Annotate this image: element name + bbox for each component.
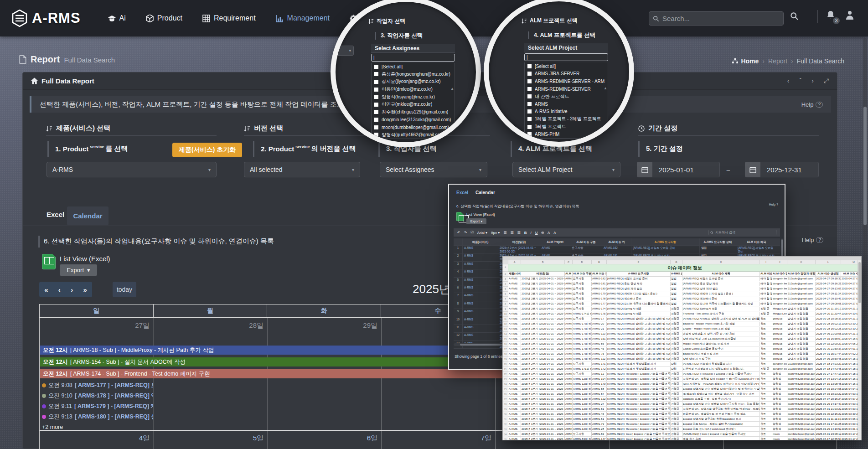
assignee-option[interactable]: 양형석(hsyang@mz.co.kr) [372,93,455,101]
sheet-cell: ARMS-17의 하위이슈 [573,347,592,351]
align-center-icon[interactable]: ☰ [510,231,513,235]
undo-icon[interactable]: ↶ [457,231,460,235]
calendar-list-event[interactable]: 오전 9:11[ ARMS-179 ] - [ARMS-REQ] 캐릭터 [42,403,153,410]
assignee-option[interactable]: dongmin lee(313cokr@gmail.com) [372,116,455,124]
assignee-option[interactable]: 양형석(gudtjr4662@gmail.com) [372,131,455,139]
project-option[interactable]: A-RMS Initiative [525,108,608,116]
project-option[interactable]: ARMS-REDMINE-SERVER - ARMS-RE [525,77,608,85]
excel-sheet-icon [456,212,464,221]
product-reset-button[interactable]: 제품(서비스) 초기화 [172,143,242,157]
sheet-row: 33A-RMS2025년 1분기 (2025-01-01 ~ 2025-03-3… [503,427,861,432]
scrollbar-thumb[interactable] [863,107,867,225]
help-button[interactable]: Help? [802,237,823,243]
sheet-cell: 2025-03-28 10:38:39 [816,317,841,321]
calendar-next-button[interactable]: › [71,286,73,294]
product-select[interactable]: A-RMS▾ [46,162,217,177]
alm-project-filter-input[interactable]: | [524,53,608,61]
table-cell: 2025년 2분기 (2025-04-01 ~ 2025-06-30) [498,246,540,253]
calendar-list-event[interactable]: 오전 9:10[ ARMS-178 ] - [ARMS-REQ] 엑스배 [42,392,153,400]
help-button[interactable]: Help ? [769,203,778,206]
bold-icon[interactable]: B [524,231,527,235]
strikethrough-icon[interactable]: S [542,231,544,235]
global-search[interactable] [649,11,784,26]
project-option[interactable]: ARMS-PHM [525,130,608,138]
alm-project-select[interactable]: Select ALM Project▾ [512,162,620,177]
panel-prev-icon[interactable]: ‹ [787,77,790,85]
section-header-period: 기간 설정 [638,124,677,133]
font-color-icon[interactable]: A [548,231,550,235]
export-button[interactable]: Export▾ [466,218,486,224]
calendar-first-button[interactable]: « [44,286,48,294]
project-option[interactable]: 1레벨 프로젝트 [525,123,608,131]
panel-fullscreen-icon[interactable]: ⤢ [824,77,829,85]
panel-collapse-icon[interactable]: ˇ [799,77,801,85]
app-logo[interactable]: A-RMS [12,10,81,27]
project-option[interactable]: 1레벨 프로젝트 - 2레벨 프로젝트 [525,115,608,123]
nav-item-product[interactable]: Product [146,14,182,22]
calendar-prev-button[interactable]: ‹ [58,286,61,294]
sheet-cell: 2025-04-10 13:08:45 [816,382,841,387]
project-option[interactable]: [Select all] [525,62,608,70]
assignee-select[interactable]: Select Assignees▾ [380,162,487,177]
calendar-list-event[interactable]: 오전 9:13[ ARMS-180 ] - [ARMS-REQ] 상패 제 [42,413,153,421]
italic-icon[interactable]: I [531,231,532,235]
font-family-select[interactable]: Arial ▾ [477,231,487,235]
fill-color-icon[interactable]: A [553,231,556,235]
nav-item-management[interactable]: Management [276,14,330,22]
tab-excel[interactable]: Excel [456,190,468,195]
align-left-icon[interactable]: ☰ [503,231,506,235]
sheet-search-input[interactable]: 시트에서 검색 [708,230,776,235]
project-option[interactable]: ARMS-REDMINE-SERVER [525,85,608,93]
sheet-cell: 양형석 [772,427,787,432]
print-icon[interactable]: ⎚ [470,230,473,235]
option-label: ARMS-PHM [535,132,559,137]
redo-icon[interactable]: ↷ [464,231,467,235]
search-submit-icon[interactable] [790,12,799,21]
tab-calendar[interactable]: Calendar [475,190,495,195]
calendar-list-event[interactable]: 오전 9:08[ ARMS-177 ] - [ARMS-REQ] 모니터 [42,382,153,389]
align-right-icon[interactable]: ☰ [517,231,521,235]
calendar-last-button[interactable]: » [83,286,87,294]
event-title: [ ARMS-180 ] - [ARMS-REQ] 상패 제 [75,413,153,421]
assignee-filter-input[interactable]: | [371,54,455,62]
assignee-option[interactable]: 이동민(dmlee@mz.co.kr) [372,86,455,93]
export-button[interactable]: Export▾ [60,264,97,276]
scrollbar-thumb[interactable] [858,262,861,303]
date-to-input[interactable]: 2025-12-31 [745,162,819,177]
tab-calendar[interactable]: Calendar [67,206,108,225]
breadcrumb-item[interactable]: Full Data Search [797,57,844,65]
version-select[interactable]: All selected▾ [244,162,360,177]
assignee-option[interactable]: 홍성훈(hongseonghun@mz.co.kr) [372,71,455,78]
search-input[interactable] [662,15,772,22]
assignee-option[interactable]: [Select all] [372,63,455,71]
more-events-link[interactable]: +2 more [42,424,63,430]
scroll-up-icon[interactable]: ▲ [450,87,454,91]
scroll-up-icon[interactable]: ▲ [604,86,607,90]
table-row[interactable]: 1A-RMS2025년 2분기 (2025-04-01 ~ 2025-06-30… [454,246,780,253]
nav-item-ai[interactable]: Ai [108,14,126,22]
underline-icon[interactable]: U [535,231,538,235]
font-size-select[interactable]: 9px ▾ [491,231,500,235]
assignee-option[interactable]: 이민규(mklee@mz.co.kr) [372,101,455,108]
help-button[interactable]: Help? [801,101,823,108]
breadcrumb-item[interactable]: Home [732,57,759,65]
assignee-option[interactable]: 장지윤(jiyoonjang@mz.co.kr) [372,78,455,86]
project-option[interactable]: ARMS [525,100,608,108]
user-profile-icon[interactable] [845,10,854,20]
assignee-option[interactable]: 최수현(chltngus129@gmail.com) [372,108,455,116]
date-from-input[interactable]: 2025-01-01 [637,162,720,177]
breadcrumb-item[interactable]: Report [768,57,787,65]
tab-excel[interactable]: Excel [46,211,64,218]
project-option[interactable]: 내 칸반 프로젝트 [525,93,608,100]
sheet-cell: dongmin lee [772,362,787,366]
today-button[interactable]: today [113,282,136,297]
nav-item-requirement[interactable]: Requirement [202,14,256,22]
nav-divider [817,10,818,23]
assignee-option[interactable]: moon(dumbbelloper@gmail.com) [372,124,455,131]
sheet-cell: 2025-04-18 14:33:21 [816,362,841,366]
panel-next-icon[interactable]: › [811,77,814,85]
assignee-select-header[interactable]: Select Assignees [371,44,455,53]
sheet-cell: A-RMS [508,287,521,291]
project-option[interactable]: ARMS-JIRA-SERVER [525,70,608,78]
alm-project-select-header[interactable]: Select ALM Project [524,43,608,52]
